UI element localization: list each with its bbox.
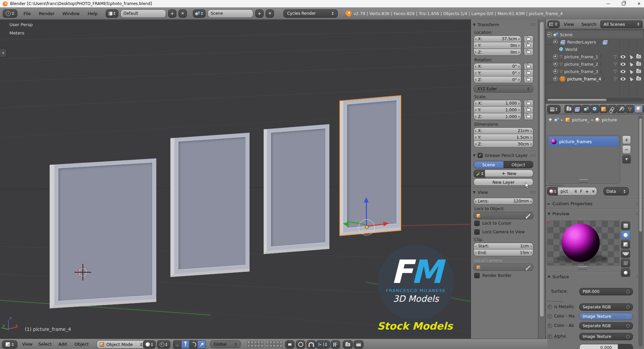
grease-pencil-brush-button[interactable] bbox=[474, 170, 486, 178]
tab-render[interactable] bbox=[565, 105, 573, 113]
visibility-eye-icon[interactable] bbox=[621, 55, 626, 58]
lock-to-scene-button[interactable] bbox=[285, 340, 294, 349]
color-ab-input-dropdown[interactable]: Separate RGB bbox=[579, 322, 633, 330]
lock-scale-y-button[interactable] bbox=[524, 107, 533, 113]
layer-cell[interactable] bbox=[266, 344, 269, 347]
scale-y-field[interactable]: Y: 1.000 bbox=[474, 107, 521, 113]
scene-name[interactable]: Scene bbox=[208, 9, 253, 18]
dimension-y-field[interactable]: Y: 1.5cm bbox=[474, 134, 533, 141]
menu-add[interactable]: Add bbox=[57, 342, 68, 347]
layer-cell[interactable] bbox=[254, 341, 257, 344]
outliner-row-picture-frame-2[interactable]: ▽ picture_frame_2 ▽ bbox=[553, 60, 643, 68]
dimension-x-field[interactable]: X: 21cm bbox=[474, 127, 533, 134]
breadcrumb-material[interactable]: picture bbox=[602, 117, 617, 122]
scrollbar-thumb[interactable] bbox=[540, 21, 544, 317]
layer-cell[interactable] bbox=[261, 341, 264, 344]
manipulator-toggle-button[interactable] bbox=[173, 340, 182, 349]
row-label[interactable]: RenderLayers bbox=[567, 40, 596, 45]
visibility-eye-icon[interactable] bbox=[621, 70, 626, 73]
surface-shader-dropdown[interactable]: PBR.000 bbox=[579, 288, 633, 295]
tab-object-data[interactable]: ▽ bbox=[626, 105, 634, 113]
renderability-camera-icon[interactable] bbox=[636, 77, 641, 80]
selectability-pointer-icon[interactable] bbox=[628, 76, 633, 81]
material-users-count-button[interactable]: 4 bbox=[573, 187, 579, 195]
properties-scrollbar[interactable] bbox=[638, 115, 643, 347]
layer-cell[interactable] bbox=[273, 341, 276, 344]
tab-object[interactable] bbox=[599, 105, 608, 113]
minimize-button[interactable] bbox=[600, 0, 616, 7]
layer-cell[interactable] bbox=[279, 344, 282, 347]
new-layer-button[interactable]: New Layer bbox=[474, 178, 533, 186]
grease-pencil-new-button[interactable]: + New bbox=[485, 170, 533, 177]
delete-layout-button[interactable]: ✕ bbox=[178, 9, 187, 18]
new-material-button[interactable]: + bbox=[584, 187, 590, 195]
material-slot-selected[interactable]: picture_frames bbox=[549, 136, 619, 147]
selectability-pointer-icon[interactable] bbox=[628, 54, 633, 59]
layer-cell[interactable] bbox=[276, 344, 279, 347]
outliner-row-picture-frame-4-active[interactable]: ▽ picture_frame_4 ▽ bbox=[553, 75, 643, 82]
transform-panel-header[interactable]: ▼ Transform bbox=[473, 22, 536, 27]
layer-cell-active[interactable] bbox=[247, 341, 250, 344]
pivot-point-dropdown[interactable] bbox=[157, 340, 170, 349]
expand-circle-plus-icon[interactable] bbox=[548, 305, 552, 309]
renderability-camera-icon[interactable] bbox=[636, 70, 641, 73]
layer-cell[interactable] bbox=[279, 341, 282, 344]
remove-material-slot-button[interactable]: − bbox=[622, 145, 631, 154]
lock-scale-x-button[interactable] bbox=[524, 100, 533, 107]
scrollbar-thumb[interactable] bbox=[639, 118, 642, 232]
material-slot-list[interactable]: picture_frames bbox=[547, 135, 620, 184]
expand-circle-plus-icon[interactable] bbox=[548, 324, 552, 328]
lock-location-y-button[interactable] bbox=[524, 42, 533, 49]
color-ma-input-dropdown-highlighted[interactable]: Image Texture bbox=[579, 313, 633, 320]
expand-plus-icon[interactable] bbox=[553, 54, 558, 59]
material-browse-button[interactable] bbox=[547, 187, 558, 195]
tab-modifiers[interactable] bbox=[617, 105, 625, 113]
location-y-field[interactable]: Y: 0m bbox=[474, 42, 521, 49]
add-layout-button[interactable]: + bbox=[168, 9, 176, 18]
row-label[interactable]: picture_frame_4 bbox=[567, 76, 601, 81]
restrict-mesh-icon[interactable]: ▽ bbox=[614, 62, 617, 66]
close-button[interactable]: ✕ bbox=[631, 0, 644, 7]
renderability-camera-icon[interactable] bbox=[636, 55, 641, 58]
drag-dots-icon[interactable] bbox=[530, 154, 536, 157]
clip-start-field[interactable]: Start: 1cm bbox=[474, 243, 533, 249]
editor-type-selector-info[interactable]: i bbox=[3, 9, 17, 18]
snap-element-dropdown[interactable] bbox=[316, 340, 330, 349]
breadcrumb-object[interactable]: picture_ bbox=[572, 117, 590, 122]
custom-properties-header[interactable]: ► Custom Properties bbox=[548, 201, 642, 206]
picture-frame-1-object[interactable] bbox=[50, 158, 156, 308]
local-camera-field[interactable] bbox=[474, 264, 533, 271]
n-panel-scrollbar[interactable] bbox=[538, 19, 545, 339]
row-label[interactable]: Scene bbox=[560, 32, 573, 37]
alpha-input-dropdown[interactable]: Image Texture bbox=[579, 333, 633, 340]
clip-end-field[interactable]: End: 15m bbox=[474, 249, 533, 256]
layer-cell[interactable] bbox=[269, 341, 272, 344]
rotation-y-field[interactable]: Y: 0° bbox=[474, 70, 521, 76]
layer-cell[interactable] bbox=[266, 341, 269, 344]
proportional-edit-button[interactable] bbox=[296, 340, 305, 349]
render-border-checkbox[interactable] bbox=[474, 273, 480, 278]
tab-scene[interactable] bbox=[582, 105, 590, 113]
scene-selector-icon-button[interactable] bbox=[193, 9, 206, 18]
row-label[interactable]: picture_frame_1 bbox=[564, 54, 598, 59]
preview-resize-grip[interactable] bbox=[578, 266, 587, 270]
tab-scene[interactable]: Scene bbox=[474, 161, 504, 168]
list-resize-grip[interactable] bbox=[579, 179, 588, 183]
translate-manipulator-button-active[interactable] bbox=[181, 340, 190, 349]
screen-layout-name[interactable]: Default bbox=[120, 9, 166, 18]
snap-toggle-button[interactable] bbox=[307, 340, 316, 349]
rotation-z-field[interactable]: Z: 0° bbox=[474, 76, 521, 83]
visibility-eye-icon[interactable] bbox=[621, 63, 626, 66]
material-specials-dropdown[interactable]: ▼ bbox=[622, 155, 631, 164]
menu-select[interactable]: Select bbox=[37, 342, 53, 347]
row-label[interactable]: picture_frame_2 bbox=[564, 62, 598, 67]
scale-manipulator-button-active[interactable] bbox=[197, 340, 206, 349]
scrollbar-thumb[interactable] bbox=[547, 99, 607, 101]
preview-type-hair-button[interactable] bbox=[621, 259, 630, 268]
tab-material-active[interactable] bbox=[634, 105, 643, 113]
surface-header[interactable]: ▼ Surface bbox=[548, 274, 642, 279]
snap-target-button[interactable] bbox=[331, 340, 340, 349]
mode-dropdown[interactable]: Object Mode bbox=[97, 340, 146, 349]
add-scene-button[interactable]: + bbox=[255, 9, 264, 18]
render-opengl-button[interactable] bbox=[343, 340, 353, 349]
